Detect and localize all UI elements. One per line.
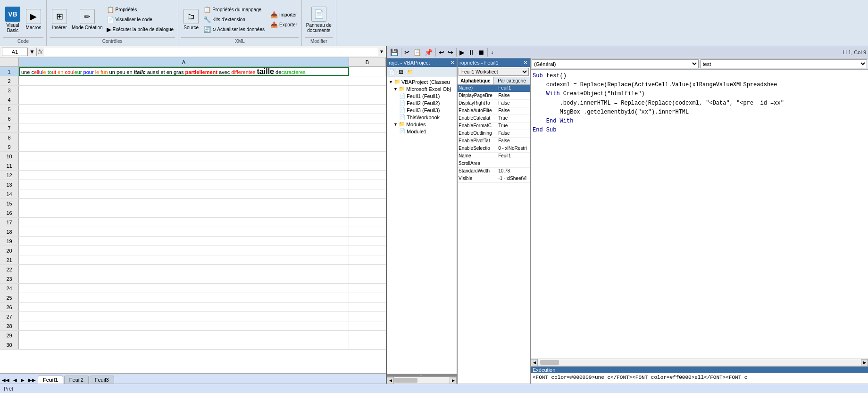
prop-value[interactable] (497, 160, 530, 167)
tree-item-module1[interactable]: 📄 Module1 (388, 128, 456, 135)
fx-label: fx (38, 49, 42, 55)
prop-value[interactable]: True (497, 115, 530, 122)
hscroll-track[interactable] (394, 378, 450, 383)
tree-item-ms-excel[interactable]: ▼ 📁 Microsoft Excel Obj (388, 85, 456, 92)
object-selector[interactable]: (Général) (532, 59, 699, 68)
tree-item-feuil1[interactable]: 📄 Feuil1 (Feuil1) (388, 92, 456, 99)
prop-value[interactable]: Feuil1 (497, 85, 530, 92)
project-toggle-folders[interactable]: 📁 (406, 68, 414, 76)
table-row: 7 (0, 123, 386, 133)
col-header-a[interactable]: A (19, 57, 349, 66)
vba-toolbar-stop[interactable]: ⏹ (476, 48, 486, 57)
vba-toolbar-cut[interactable]: ✂ (403, 48, 411, 57)
tree-item-feuil2[interactable]: 📄 Feuil2 (Feuil2) (388, 99, 456, 106)
procedure-selector[interactable]: test (701, 59, 868, 68)
executer-boite-button[interactable]: ▶Exécuter la boîte de dialogue (105, 25, 175, 34)
kits-extension-button[interactable]: 🔧Kits d'extension (202, 15, 266, 24)
code-line-4: .body.innerHTML = Replace(Replace(codexm… (533, 99, 866, 108)
vba-toolbar-undo[interactable]: ↩ (437, 48, 446, 57)
sheet-tab-feuil3[interactable]: Feuil3 (90, 376, 114, 384)
tab-navigation-right[interactable]: ▶▶ (26, 377, 38, 384)
importer-button[interactable]: 📥Importer (269, 10, 299, 19)
properties-object-selector[interactable]: Feuil1 Worksheet (459, 68, 529, 76)
tab-navigation-left[interactable]: ◀◀ (0, 377, 11, 384)
prop-value[interactable]: False (497, 107, 530, 115)
formula-scroll-btn[interactable]: ▼ (379, 49, 384, 54)
modifier-group-label: Modifier (305, 37, 333, 44)
prop-value[interactable]: Feuil1 (497, 153, 530, 160)
prop-value[interactable]: 10,78 (497, 168, 530, 175)
exporter-button[interactable]: 📤Exporter (269, 20, 299, 29)
proprietes-button[interactable]: 📋Propriétés (105, 5, 175, 14)
tab-navigation-prev[interactable]: ◀ (11, 377, 19, 384)
prop-value[interactable]: -1 - xlSheetVi (497, 175, 530, 182)
code-line-1: Sub test() (533, 72, 866, 81)
formula-bar: ▼ fx une cellule tout en couleur pour le… (0, 46, 386, 57)
vba-toolbar-redo[interactable]: ↪ (446, 48, 455, 57)
inserer-button[interactable]: ⊞ Insérer (50, 8, 69, 32)
col-header-b[interactable]: B (349, 57, 386, 66)
prop-value[interactable]: False (497, 92, 530, 99)
hscroll-left-arrow[interactable]: ◀ (531, 359, 538, 366)
vba-toolbar-run[interactable]: ▶ (458, 48, 466, 57)
tab-par-categorie[interactable]: Par catégorie (494, 77, 530, 84)
table-row: 17 (0, 218, 386, 227)
properties-close-icon[interactable]: ✕ (523, 59, 528, 66)
tab-navigation-next[interactable]: ▶ (19, 377, 26, 384)
vba-toolbar-pause[interactable]: ⏸ (467, 48, 476, 57)
cell-b1[interactable] (349, 67, 386, 76)
formula-input[interactable]: une cellule tout en couleur pour le fun … (44, 48, 378, 56)
tree-item-vbaproject[interactable]: ▼ 📁 VBAProject (Classeu (388, 78, 456, 85)
project-view-object[interactable]: 🖼 (397, 68, 405, 76)
vba-toolbar-step-into[interactable]: ↓ (489, 49, 495, 56)
mode-creation-label: Mode Création (72, 25, 103, 30)
tree-item-thisworkbook[interactable]: 📄 ThisWorkbook (388, 114, 456, 121)
visualiser-code-button[interactable]: 📄Visualiser le code (105, 15, 175, 24)
hscroll-track[interactable] (538, 360, 861, 365)
project-view-code[interactable]: 📄 (388, 68, 396, 76)
sheet-tab-feuil1[interactable]: Feuil1 (38, 376, 63, 384)
tree-toggle-vbaproject[interactable]: ▼ (389, 80, 393, 84)
mode-creation-button[interactable]: ✏ Mode Création (70, 8, 104, 32)
prop-value[interactable]: False (497, 130, 530, 137)
tree-item-feuil3[interactable]: 📄 Feuil3 (Feuil3) (388, 106, 456, 114)
prop-value[interactable]: True (497, 123, 530, 130)
source-button[interactable]: 🗂 Source (181, 8, 201, 32)
macros-button[interactable]: ▶ Macros (24, 8, 43, 32)
project-panel-toolbar: 📄 🖼 📁 (387, 67, 457, 77)
tree-toggle-ms-excel[interactable]: ▼ (393, 87, 398, 91)
hscroll-thumb[interactable] (540, 360, 559, 365)
cell-reference-input[interactable] (2, 48, 28, 56)
vba-toolbar-paste[interactable]: 📌 (423, 48, 434, 57)
panneau-documents-button[interactable]: 📄 Panneau dedocuments (305, 5, 333, 34)
tree-toggle-modules[interactable]: ▼ (393, 122, 398, 127)
prop-value[interactable]: False (497, 138, 530, 145)
table-row: 6 (0, 114, 386, 123)
vba-toolbar-save[interactable]: 💾 (389, 48, 400, 57)
tree-item-modules[interactable]: ▼ 📁 Modules (388, 121, 456, 128)
sheet-tab-feuil2[interactable]: Feuil2 (64, 376, 89, 384)
tab-alphabetique[interactable]: Alphabétique (458, 77, 494, 84)
vba-toolbar-copy[interactable]: 📋 (412, 48, 423, 57)
visual-basic-button[interactable]: VB VisualBasic (3, 5, 23, 34)
ribbon-group-xml: 🗂 Source 📋Propriétés du mappage 🔧Kits d'… (178, 0, 302, 46)
hscroll-right-btn[interactable]: ▶ (450, 377, 457, 384)
hscroll-right-arrow[interactable]: ▶ (861, 359, 868, 366)
project-close-icon[interactable]: ✕ (450, 59, 455, 66)
prop-value[interactable]: False (497, 100, 530, 107)
properties-selector-row: Feuil1 Worksheet (458, 67, 530, 77)
code-body[interactable]: Sub test() codexml = Replace(Replace(Act… (531, 70, 868, 359)
prop-value[interactable]: 0 - xlNoRestri (497, 145, 530, 152)
prop-key: Visible (458, 175, 497, 182)
hscroll-thumb[interactable] (394, 378, 417, 383)
project-hscroll[interactable]: ◀ ▶ (387, 377, 457, 384)
hscroll-left-btn[interactable]: ◀ (387, 377, 394, 384)
prop-key: EnablePivotTat (458, 138, 497, 145)
code-hscrollbar[interactable]: ◀ ▶ (531, 359, 868, 366)
cell-a1[interactable]: une cellule tout en couleur pour le fun … (19, 67, 349, 76)
folder-icon: 📁 (399, 121, 405, 127)
actualiser-button[interactable]: 🔄↻ Actualiser les données (202, 25, 266, 34)
formula-expand-icon[interactable]: ▼ (29, 49, 35, 55)
prop-mappage-button[interactable]: 📋Propriétés du mappage (202, 5, 266, 14)
row-number-1[interactable]: 1 (0, 67, 19, 76)
